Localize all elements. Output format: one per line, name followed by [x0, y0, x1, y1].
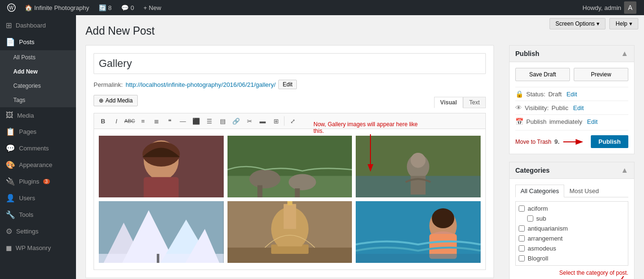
toolbar-unlink[interactable]: ✂: [243, 115, 256, 127]
toolbar-insert-read-more[interactable]: ▬: [256, 115, 269, 127]
updates-count: 8: [108, 4, 112, 11]
site-name-bar[interactable]: 🏠 Infinite Photography: [21, 0, 93, 15]
toolbar-align-left[interactable]: ⬛: [190, 115, 202, 127]
sidebar-item-dashboard[interactable]: ⊞ Dashboard: [0, 17, 76, 34]
wp-masonry-icon: ◼: [6, 243, 12, 252]
help-label: Help: [616, 20, 627, 27]
cat-label-blogroll: Blogroll: [528, 255, 548, 262]
categories-tabs: All Categories Most Used: [515, 185, 628, 197]
cat-checkbox-blogroll[interactable]: [519, 255, 525, 261]
status-value: Draft: [548, 91, 561, 98]
updates-bar[interactable]: 🔄 8: [95, 0, 115, 15]
sidebar-item-tools-label: Tools: [19, 211, 33, 218]
top-bar-right: Screen Options ▾ Help ▾: [544, 15, 644, 32]
svg-rect-4: [144, 177, 179, 197]
post-title-input[interactable]: [94, 53, 486, 74]
sidebar-item-settings-label: Settings: [16, 228, 38, 235]
svg-rect-35: [356, 201, 481, 263]
toolbar-align-right[interactable]: ▤: [217, 115, 229, 127]
sidebar-item-plugins[interactable]: 🔌 Plugins 3: [0, 173, 76, 190]
tab-all-categories[interactable]: All Categories: [515, 185, 564, 197]
cat-checkbox-aciform[interactable]: [519, 205, 525, 212]
sidebar-item-settings[interactable]: ⚙ Settings: [0, 223, 76, 240]
comments-count: 0: [131, 4, 134, 11]
sidebar-item-pages[interactable]: 📋 Pages: [0, 123, 76, 140]
publish-time-row: 📅 Publish immediately Edit: [515, 114, 628, 128]
toolbar-table[interactable]: ⊞: [270, 115, 282, 127]
sidebar-item-categories[interactable]: Categories: [0, 79, 76, 93]
publish-toggle-icon: ▲: [621, 49, 628, 58]
toolbar-link[interactable]: 🔗: [230, 115, 242, 127]
sidebar-item-media[interactable]: 🖼 Media: [0, 107, 76, 123]
tags-label: Tags: [13, 97, 25, 103]
status-edit-link[interactable]: Edit: [567, 91, 577, 98]
sidebar-item-tags[interactable]: Tags: [0, 93, 76, 107]
svg-text:W: W: [9, 5, 14, 10]
toolbar-bold[interactable]: B: [97, 115, 109, 127]
svg-rect-24: [99, 254, 224, 263]
category-annotation-arrow: [609, 276, 628, 279]
move-to-trash-link[interactable]: Move to Trash: [515, 139, 551, 145]
new-item-bar[interactable]: + New: [140, 0, 165, 15]
visibility-value: Public: [551, 104, 568, 112]
user-menu[interactable]: Howdy, admin A: [579, 1, 640, 14]
sidebar-item-add-new[interactable]: Add New: [0, 65, 76, 79]
toolbar-fullscreen[interactable]: ⤢: [286, 115, 299, 127]
help-button[interactable]: Help ▾: [609, 18, 638, 29]
wp-logo[interactable]: W: [4, 0, 19, 15]
dashboard-icon: ⊞: [6, 21, 12, 30]
toolbar-ul[interactable]: ≡: [137, 115, 149, 127]
cat-checkbox-arrangement[interactable]: [519, 235, 525, 242]
preview-button[interactable]: Preview: [574, 68, 628, 81]
sidebar-item-appearance[interactable]: 🎨 Appearance: [0, 157, 76, 173]
svg-rect-32: [287, 201, 293, 205]
sidebar-item-plugins-label: Plugins: [19, 178, 39, 185]
comments-bar[interactable]: 💬 0: [117, 0, 138, 15]
tab-most-used[interactable]: Most Used: [564, 185, 604, 197]
sidebar-item-users[interactable]: 👤 Users: [0, 190, 76, 206]
toolbar-hr[interactable]: —: [177, 115, 189, 127]
editor-toolbar: B I ABC ≡ ≣ ❝ — ⬛ ☰ ▤ 🔗 ✂ ▬ ⊞: [94, 113, 486, 129]
permalink-row: Permalink: http://localhost/infinite-pho…: [94, 80, 486, 89]
add-new-label: Add New: [13, 68, 38, 75]
editor-body[interactable]: [94, 129, 486, 270]
gallery-image-4: [99, 201, 224, 263]
sidebar-item-comments[interactable]: 💬 Comments: [0, 140, 76, 157]
publish-button[interactable]: Publish: [591, 135, 628, 148]
svg-rect-31: [284, 204, 296, 229]
content-wrapper: Permalink: http://localhost/infinite-pho…: [85, 45, 635, 279]
toolbar-ol[interactable]: ≣: [150, 115, 162, 127]
publish-time-value: immediately: [549, 118, 582, 125]
save-draft-button[interactable]: Save Draft: [515, 68, 570, 81]
permalink-edit-button[interactable]: Edit: [278, 80, 297, 89]
comments-icon: 💬: [121, 4, 129, 11]
toolbar-align-center[interactable]: ☰: [203, 115, 216, 127]
visibility-edit-link[interactable]: Edit: [573, 104, 584, 112]
tab-visual[interactable]: Visual: [434, 97, 463, 108]
sidebar-item-posts[interactable]: 📄 Posts: [0, 34, 76, 50]
sidebar-item-tools[interactable]: 🔧 Tools: [0, 206, 76, 223]
sidebar-item-all-posts[interactable]: All Posts: [0, 50, 76, 65]
screen-options-button[interactable]: Screen Options ▾: [549, 18, 606, 29]
toolbar-italic[interactable]: I: [110, 115, 123, 127]
categories-list[interactable]: aciform sub antiquarianism: [515, 201, 628, 266]
permalink-url[interactable]: http://localhost/infinite-photography/20…: [125, 81, 275, 88]
publish-box-header[interactable]: Publish ▲: [510, 46, 634, 62]
add-media-button[interactable]: ⊕ Add Media: [94, 95, 138, 106]
cat-checkbox-antiquarianism[interactable]: [519, 225, 525, 232]
site-name: Infinite Photography: [34, 4, 89, 11]
categories-box-header[interactable]: Categories ▲: [510, 162, 634, 179]
cat-label-antiquarianism: antiquarianism: [528, 225, 568, 232]
publish-time-edit-link[interactable]: Edit: [587, 118, 597, 125]
sidebar-item-wp-masonry[interactable]: ◼ WP Masonry: [0, 240, 76, 256]
category-annotation-text: Select the category of post.: [515, 270, 628, 279]
gallery-image-3: [356, 136, 481, 197]
cat-checkbox-asmodeus[interactable]: [519, 245, 525, 251]
cat-item-antiquarianism: antiquarianism: [518, 223, 626, 233]
toolbar-blockquote[interactable]: ❝: [163, 115, 176, 127]
categories-label: Categories: [13, 83, 41, 89]
sidebar-item-posts-label: Posts: [19, 38, 35, 46]
toolbar-strikethrough[interactable]: ABC: [123, 115, 136, 127]
tab-text[interactable]: Text: [463, 97, 486, 108]
cat-checkbox-sub[interactable]: [527, 215, 533, 222]
